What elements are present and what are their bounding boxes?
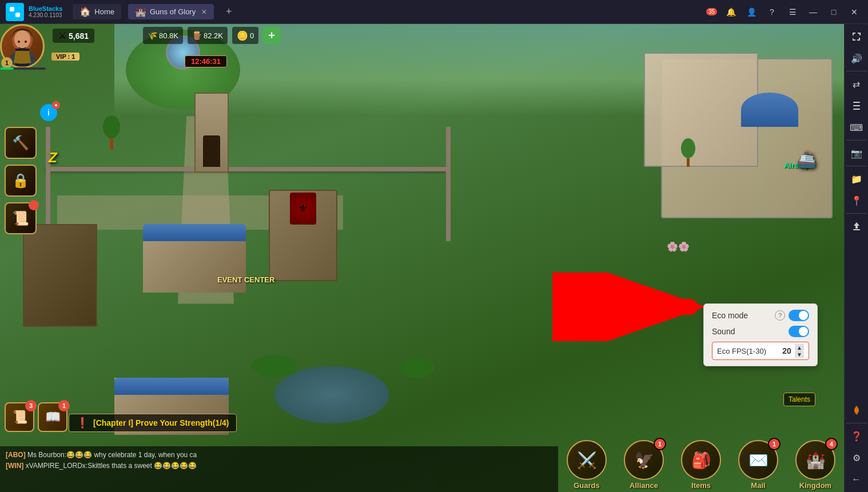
user-button[interactable]: 👤	[742, 4, 761, 20]
items-icon: 🎒	[681, 440, 721, 480]
eco-indicator-icon[interactable]	[846, 400, 867, 421]
chat-line-1: [ABO] Ms Bourbon:😂😂😂 why celebrate 1 day…	[6, 450, 552, 461]
nav-alliance[interactable]: 🦅 1 Alliance	[615, 438, 672, 492]
eco-mode-knob	[799, 311, 808, 320]
settings-button[interactable]: ⚙	[846, 447, 867, 468]
wood-icon: 🪵	[192, 31, 202, 40]
files-button[interactable]: 📁	[846, 169, 867, 189]
maximize-button[interactable]: □	[825, 4, 843, 20]
import-button[interactable]	[846, 216, 867, 237]
svg-rect-3	[15, 13, 20, 17]
rotate-button[interactable]: ⇄	[846, 74, 867, 94]
mail-badge: 1	[768, 438, 781, 450]
talents-panel[interactable]: Talents	[783, 393, 815, 406]
timer: 12:46:31	[185, 55, 227, 67]
close-button[interactable]: ✕	[845, 4, 863, 20]
tab-home[interactable]: 🏠 Home	[73, 4, 121, 19]
alliance-badge: 1	[654, 438, 666, 450]
minimize-button[interactable]: —	[804, 4, 822, 20]
kingdom-badge: 4	[825, 438, 838, 450]
nav-items[interactable]: 🎒 Items	[672, 438, 730, 492]
xp-fill	[0, 67, 14, 70]
items-label: Items	[691, 481, 711, 490]
bottom-nav: ⚔️ Guards 🦅 1 Alliance	[558, 438, 844, 492]
fps-arrows: ▲ ▼	[795, 344, 804, 358]
eco-help-button[interactable]: ?	[775, 310, 785, 321]
lock-button[interactable]: 🔒	[5, 165, 37, 197]
guards-icon: ⚔️	[567, 440, 607, 480]
volume-button[interactable]: 🔊	[846, 48, 867, 69]
z-indicator: Z	[49, 150, 57, 166]
svg-point-9	[25, 41, 27, 43]
airship-icon[interactable]: 🚢	[797, 150, 817, 169]
game-viewport[interactable]: ⚜	[0, 24, 844, 492]
sound-knob	[799, 327, 808, 336]
window: BlueStacks 4.230.0.1103 🏠 Home 🏰 Guns of…	[0, 0, 868, 492]
kingdom-label: Kingdom	[799, 481, 831, 490]
eco-popup: Eco mode ? Sound	[703, 303, 818, 366]
nav-kingdom[interactable]: 🏰 4 Kingdom	[787, 438, 844, 492]
annotation-arrow	[552, 273, 724, 343]
kingdom-icon-wrap: 🏰 4	[795, 440, 835, 480]
power-display: ⚔ 5,681	[53, 29, 94, 43]
guards-label: Guards	[574, 481, 600, 490]
info-button[interactable]: i ●	[40, 104, 57, 121]
svg-rect-1	[15, 7, 20, 11]
sound-label: Sound	[712, 327, 735, 336]
keyboard-button[interactable]: ⌨	[846, 117, 867, 138]
help-button[interactable]: ?	[763, 4, 781, 20]
svg-rect-2	[10, 13, 14, 17]
game-hud: 1 VIP : 1 ⚔ 5,681 🌾 80.8K	[0, 24, 844, 492]
fps-row: Eco FPS(1-30) 20 ▲ ▼	[712, 342, 809, 360]
menu-button[interactable]: ☰	[783, 4, 802, 20]
fullscreen-button[interactable]	[846, 26, 867, 47]
fps-up-button[interactable]: ▲	[795, 344, 804, 351]
svg-rect-12	[853, 105, 860, 106]
scroll-badge	[29, 200, 39, 210]
screenshot-button[interactable]: 📷	[846, 143, 867, 163]
quest-scroll-2[interactable]: 📖 1	[38, 402, 67, 432]
sidebar-divider-4	[846, 213, 867, 214]
chat-line-2: [WIN] xVAMPIRE_LORDx:Skittles thats a sw…	[6, 461, 552, 471]
tab-close-icon[interactable]: ✕	[201, 8, 207, 16]
chat-tag-2: [WIN]	[6, 462, 23, 470]
back-button[interactable]: ←	[846, 469, 867, 490]
sound-toggle[interactable]	[789, 326, 809, 337]
nav-guards[interactable]: ⚔️ Guards	[558, 438, 615, 492]
quest-text: [Chapter I] Prove Your Strength(1/4)	[93, 418, 229, 427]
quest-items: 📜 3 📖 1	[5, 402, 67, 432]
tab-guns-of-glory[interactable]: 🏰 Guns of Glory ✕	[128, 4, 214, 19]
help-sidebar-button[interactable]: ❓	[846, 426, 867, 446]
quest-scroll-icon-2: 📖	[45, 410, 61, 425]
quest-scroll-icon-1: 📜	[12, 410, 27, 425]
tools-button[interactable]: 🔨	[5, 127, 37, 159]
scroll-button[interactable]: 📜	[5, 202, 37, 234]
sound-row: Sound	[712, 326, 809, 337]
svg-rect-0	[10, 7, 14, 11]
title-bar: BlueStacks 4.230.0.1103 🏠 Home 🏰 Guns of…	[0, 0, 868, 24]
fps-label: Eco FPS(1-30)	[717, 347, 766, 355]
mail-label: Mail	[751, 481, 765, 490]
wood-value: 82.2K	[204, 31, 223, 40]
quest-icon: ❗	[76, 417, 89, 429]
avatar-container: 1	[0, 24, 46, 70]
add-resource-button[interactable]: +	[263, 27, 280, 44]
food-icon: 🌾	[148, 31, 157, 40]
add-tab-button[interactable]: +	[222, 5, 236, 19]
notification-button[interactable]: 🔔	[722, 4, 740, 20]
nav-mail[interactable]: ✉️ 1 Mail	[730, 438, 787, 492]
fps-down-button[interactable]: ▼	[795, 351, 804, 358]
quest-banner[interactable]: ❗ [Chapter I] Prove Your Strength(1/4)	[69, 414, 237, 432]
scroll-button-sidebar[interactable]	[846, 95, 867, 116]
home-tab-icon: 🏠	[79, 6, 91, 17]
location-button[interactable]: 📍	[846, 190, 867, 211]
svg-rect-13	[853, 109, 860, 110]
eco-mode-toggle[interactable]	[789, 310, 809, 321]
vip-badge: VIP : 1	[51, 53, 79, 61]
event-center-label: EVENT CENTER	[217, 275, 274, 284]
info-badge: ●	[52, 101, 60, 109]
quest-scroll-1[interactable]: 📜 3	[5, 402, 34, 432]
chat-area: [ABO] Ms Bourbon:😂😂😂 why celebrate 1 day…	[0, 446, 558, 492]
gold-icon: 🪙	[237, 30, 248, 41]
mail-icon-wrap: ✉️ 1	[738, 440, 778, 480]
